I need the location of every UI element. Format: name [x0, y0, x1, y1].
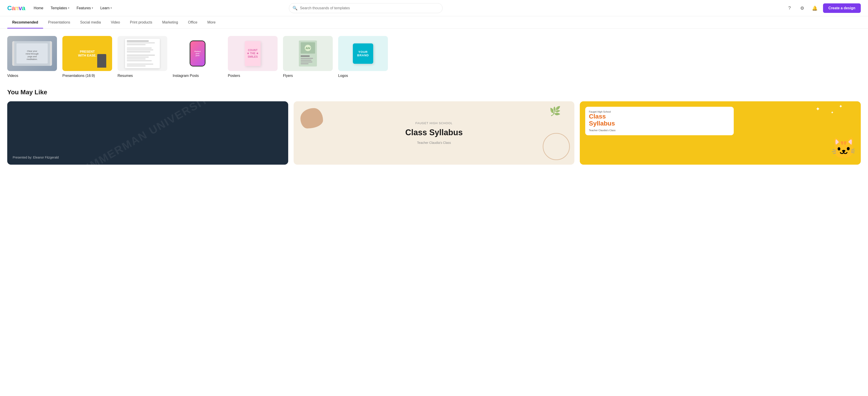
category-thumb-instagram: Perfectyourpost — [173, 36, 222, 71]
category-thumb-presentations: PRESENTWITH EASE. — [62, 36, 112, 71]
sparkle-decoration: ✦ — [815, 106, 820, 112]
leaf-decoration: 🌿 — [550, 106, 561, 117]
template-card-syllabus-yellow[interactable]: ✦ ✦ ✦ Fauget High School ClassSyllabus T… — [580, 101, 861, 165]
teacher-name-sm: Teacher Claudia's Class — [589, 129, 730, 132]
blob-decoration — [301, 108, 323, 128]
svg-text:yoga and: yoga and — [28, 55, 37, 58]
svg-text:mind through: mind through — [26, 53, 39, 55]
category-thumb-resumes — [118, 36, 167, 71]
cat-icon: 🐱 — [831, 136, 856, 160]
category-instagram[interactable]: Perfectyourpost Instagram Posts — [173, 36, 222, 78]
help-button[interactable]: ? — [785, 4, 794, 13]
chevron-down-icon: ▾ — [92, 6, 93, 9]
help-icon: ? — [788, 5, 791, 11]
you-may-like-grid: ZIMMERMAN UNIVERSITY Presented by: Elean… — [7, 101, 861, 165]
template-card-syllabus-cream[interactable]: 🌿 FAUGET HIGH SCHOOL Class Syllabus Teac… — [293, 101, 575, 165]
sparkle-decoration-2: ✦ — [831, 110, 834, 115]
category-thumb-logos: YOURBRAND — [338, 36, 388, 71]
video-preview: Clear your mind through yoga and meditat… — [12, 41, 52, 66]
sparkle-decoration-3: ✦ — [839, 103, 843, 109]
tab-more[interactable]: More — [202, 16, 220, 29]
card-inner-white: Fauget High School ClassSyllabus Teacher… — [585, 107, 734, 135]
bell-icon: 🔔 — [812, 5, 817, 11]
tab-presentations[interactable]: Presentations — [43, 16, 75, 29]
card-subtitle: Presented by: Eleanor Fitzgerald — [13, 156, 59, 159]
canva-logo[interactable]: Canva — [7, 4, 25, 12]
main-nav: Home Templates ▾ Features ▾ Learn ▾ — [31, 4, 115, 12]
header: Canva Home Templates ▾ Features ▾ Learn … — [0, 0, 868, 16]
teacher-name: Teacher Claudia's Class — [417, 141, 451, 145]
categories-grid: Clear your mind through yoga and meditat… — [7, 36, 861, 80]
gear-icon: ⚙ — [800, 5, 804, 11]
school-name-sm: Fauget High School — [589, 110, 730, 113]
svg-text:Clear your: Clear your — [27, 50, 37, 53]
category-thumb-posters: COUNT★ THE ★SMILES — [228, 36, 278, 71]
search-input[interactable] — [289, 3, 442, 13]
search-bar: 🔍 — [289, 3, 442, 13]
category-logos[interactable]: YOURBRAND Logos — [338, 36, 388, 78]
you-may-like-title: You May Like — [7, 89, 861, 96]
circle-decoration — [543, 133, 570, 160]
svg-rect-11 — [301, 58, 313, 59]
svg-rect-12 — [301, 60, 311, 61]
tab-video[interactable]: Video — [106, 16, 125, 29]
chevron-down-icon: ▾ — [68, 6, 69, 9]
svg-rect-14 — [301, 63, 309, 64]
create-design-button[interactable]: Create a design — [823, 3, 861, 13]
settings-button[interactable]: ⚙ — [798, 4, 807, 13]
category-thumb-videos: Clear your mind through yoga and meditat… — [7, 36, 57, 71]
nav-learn[interactable]: Learn ▾ — [97, 4, 115, 12]
category-label-videos: Videos — [7, 74, 18, 78]
card-title: Class Syllabus — [405, 127, 463, 137]
tab-social-media[interactable]: Social media — [75, 16, 106, 29]
tab-marketing[interactable]: Marketing — [157, 16, 183, 29]
tabs-bar: Recommended Presentations Social media V… — [0, 16, 868, 29]
nav-templates[interactable]: Templates ▾ — [48, 4, 72, 12]
category-label-logos: Logos — [338, 74, 348, 78]
nav-home[interactable]: Home — [31, 4, 46, 12]
nav-features[interactable]: Features ▾ — [73, 4, 96, 12]
svg-text:meditation.: meditation. — [27, 58, 37, 60]
notifications-button[interactable]: 🔔 — [810, 4, 819, 13]
category-presentations[interactable]: PRESENTWITH EASE. Presentations (16:9) — [62, 36, 112, 78]
school-name: FAUGET HIGH SCHOOL — [415, 121, 453, 125]
category-label-posters: Posters — [228, 74, 240, 78]
tab-recommended[interactable]: Recommended — [7, 16, 43, 29]
template-card-university[interactable]: ZIMMERMAN UNIVERSITY Presented by: Elean… — [7, 101, 288, 165]
search-icon: 🔍 — [292, 6, 298, 11]
card-title-orange: ClassSyllabus — [589, 113, 730, 127]
category-label-presentations: Presentations (16:9) — [62, 74, 95, 78]
category-thumb-flyers: JUV — [283, 36, 333, 71]
tab-print-products[interactable]: Print products — [125, 16, 157, 29]
category-resumes[interactable]: Resumes — [118, 36, 167, 78]
category-videos[interactable]: Clear your mind through yoga and meditat… — [7, 36, 57, 78]
tab-office[interactable]: Office — [183, 16, 203, 29]
svg-rect-10 — [301, 55, 310, 57]
chevron-down-icon: ▾ — [111, 6, 112, 9]
category-flyers[interactable]: JUV Flyers — [283, 36, 333, 78]
card-watermark: ZIMMERMAN UNIVERSITY — [78, 101, 217, 165]
category-posters[interactable]: COUNT★ THE ★SMILES Posters — [228, 36, 278, 78]
main-content: Clear your mind through yoga and meditat… — [0, 29, 868, 176]
category-label-flyers: Flyers — [283, 74, 293, 78]
svg-rect-13 — [301, 62, 312, 62]
category-label-resumes: Resumes — [118, 74, 133, 78]
category-label-instagram: Instagram Posts — [173, 74, 199, 78]
header-actions: ? ⚙ 🔔 Create a design — [785, 3, 861, 13]
svg-text:JUV: JUV — [305, 47, 310, 50]
